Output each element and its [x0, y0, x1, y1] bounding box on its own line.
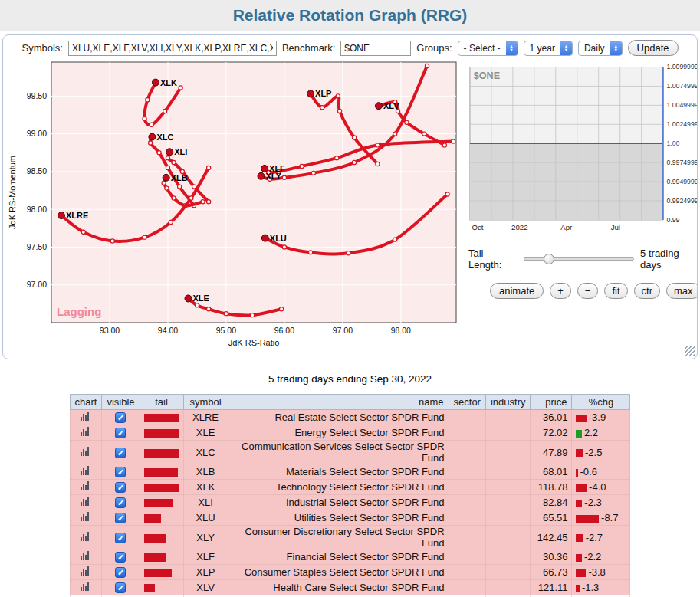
- svg-text:0.9949999: 0.9949999: [666, 178, 698, 185]
- svg-text:98.50: 98.50: [27, 166, 47, 175]
- mini-chart-icon[interactable]: [81, 412, 90, 423]
- svg-text:Jul: Jul: [611, 223, 620, 231]
- chg-value: -2.3: [584, 497, 601, 508]
- symbol-cell: XLP: [183, 565, 228, 580]
- chg-bar: [576, 534, 583, 542]
- visible-checkbox[interactable]: ✓: [115, 582, 126, 593]
- resize-handle-icon[interactable]: [685, 346, 695, 356]
- mini-chart-icon[interactable]: [81, 447, 90, 458]
- industry-cell: [485, 549, 531, 565]
- svg-text:XLRE: XLRE: [66, 211, 88, 220]
- price-cell: 47.89: [531, 441, 572, 464]
- svg-text:0.9924999: 0.9924999: [666, 197, 698, 205]
- mini-chart-icon[interactable]: [81, 497, 90, 508]
- name-cell: Utilities Select Sector SPDR Fund: [228, 510, 449, 526]
- svg-text:0.9974999: 0.9974999: [666, 159, 698, 166]
- chg-bar: [576, 415, 586, 422]
- visible-checkbox[interactable]: ✓: [115, 482, 126, 493]
- period-select[interactable]: 1 year ▲▼: [524, 41, 573, 56]
- svg-text:97.00: 97.00: [27, 280, 47, 289]
- price-cell: 30.36: [531, 549, 572, 565]
- visible-checkbox[interactable]: ✓: [115, 448, 126, 458]
- visible-checkbox[interactable]: ✓: [115, 567, 126, 578]
- visible-checkbox[interactable]: ✓: [115, 552, 126, 563]
- select-stepper-icon: ▲▼: [560, 41, 572, 56]
- tail-length-slider[interactable]: [524, 253, 634, 265]
- chg-value: -2.5: [585, 447, 602, 458]
- mini-chart-icon[interactable]: [81, 532, 90, 543]
- svg-text:0.99: 0.99: [666, 216, 679, 224]
- chg-value: -8.7: [601, 512, 618, 523]
- price-cell: 82.84: [531, 495, 572, 510]
- sector-cell: [449, 425, 485, 441]
- benchmark-panel: 1.00999991.00749991.00499991.00249991.00…: [464, 59, 698, 355]
- industry-cell: [485, 565, 531, 580]
- visible-checkbox[interactable]: ✓: [115, 513, 126, 523]
- frequency-select[interactable]: Daily ▲▼: [578, 41, 623, 56]
- tail-bar: [144, 514, 161, 523]
- benchmark-chart[interactable]: 1.00999991.00749991.00499991.00249991.00…: [468, 61, 698, 237]
- fit-button[interactable]: fit: [604, 283, 627, 299]
- zoom-in-button[interactable]: +: [550, 283, 571, 299]
- groups-select[interactable]: - Select - ▲▼: [458, 41, 518, 56]
- chg-bar: [576, 484, 587, 492]
- visible-checkbox[interactable]: ✓: [115, 428, 126, 438]
- table-row: ✓ XLU Utilities Select Sector SPDR Fund …: [70, 510, 630, 526]
- tail-bar: [144, 499, 173, 507]
- update-button[interactable]: Update: [628, 40, 679, 56]
- industry-cell: [485, 510, 531, 526]
- header-chart: chart: [70, 395, 102, 410]
- rrg-x-tick-labels: 93.0094.0095.0096.0097.0098.00: [100, 326, 411, 335]
- symbol-cell: XLRE: [183, 410, 228, 425]
- symbol-cell: XLC: [183, 441, 228, 464]
- max-button[interactable]: max: [666, 283, 698, 299]
- chg-value: -0.6: [580, 466, 597, 477]
- visible-checkbox[interactable]: ✓: [115, 497, 126, 508]
- rrg-chart-wrap: 93.0094.0095.0096.0097.0098.0097.0097.50…: [5, 59, 464, 355]
- chg-bar: [576, 469, 577, 477]
- mini-chart-icon[interactable]: [81, 481, 90, 493]
- benchmark-input[interactable]: [340, 41, 411, 56]
- header-sector: sector: [449, 395, 485, 410]
- panel-body: 93.0094.0095.0096.0097.0098.0097.0097.50…: [5, 59, 695, 355]
- visible-checkbox[interactable]: ✓: [115, 467, 126, 477]
- zoom-out-button[interactable]: −: [577, 283, 599, 299]
- symbols-input[interactable]: [68, 41, 277, 56]
- tail-bar: [144, 534, 166, 543]
- table-row: ✓ XLI Industrial Select Sector SPDR Fund…: [70, 495, 630, 510]
- price-cell: 118.78: [531, 480, 572, 495]
- symbol-cell: XLE: [183, 425, 228, 441]
- price-cell: 65.51: [531, 510, 572, 526]
- mini-chart-icon[interactable]: [81, 427, 90, 438]
- ctr-button[interactable]: ctr: [634, 283, 660, 299]
- symbols-label: Symbols:: [21, 42, 62, 54]
- svg-text:Apr: Apr: [560, 223, 573, 231]
- rrg-y-axis-title: JdK RS-Momentum: [8, 156, 17, 229]
- mini-chart-icon[interactable]: [81, 512, 90, 523]
- sector-cell: [449, 580, 485, 595]
- mini-chart-icon[interactable]: [81, 582, 90, 593]
- rrg-chart[interactable]: 93.0094.0095.0096.0097.0098.0097.0097.50…: [5, 59, 464, 352]
- visible-checkbox[interactable]: ✓: [115, 412, 126, 423]
- svg-text:XLC: XLC: [156, 133, 173, 142]
- sector-cell: [449, 526, 485, 549]
- header-pct-chg: %chg: [572, 395, 630, 410]
- mini-chart-icon[interactable]: [81, 551, 90, 563]
- chg-value: -3.9: [589, 412, 606, 423]
- animate-button[interactable]: animate: [490, 283, 544, 299]
- benchmark-label: Benchmark:: [282, 42, 335, 54]
- visible-checkbox[interactable]: ✓: [115, 533, 126, 543]
- symbol-cell: XLI: [183, 495, 228, 510]
- mini-chart-icon[interactable]: [81, 466, 90, 477]
- tail-length-control: Tail Length: 5 trading days: [468, 248, 698, 271]
- tail-bar: [144, 414, 179, 422]
- chg-value: -3.8: [588, 566, 605, 578]
- industry-cell: [485, 441, 531, 464]
- header-price: price: [531, 395, 572, 410]
- chg-bar: [576, 554, 581, 562]
- price-cell: 142.45: [531, 526, 572, 549]
- quadrant-label-lagging: Lagging: [57, 305, 101, 318]
- sector-cell: [449, 464, 485, 480]
- slider-thumb[interactable]: [544, 254, 554, 264]
- mini-chart-icon[interactable]: [81, 566, 90, 578]
